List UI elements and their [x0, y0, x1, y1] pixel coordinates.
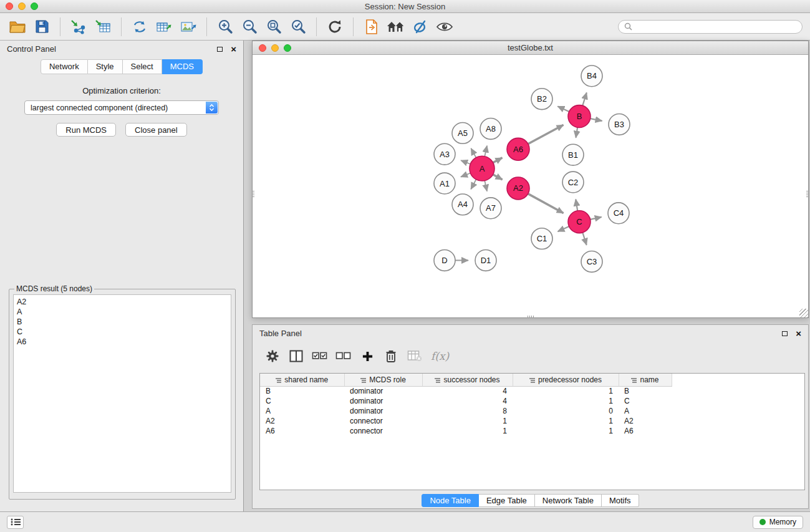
close-table-panel-icon[interactable]: × [796, 329, 801, 338]
node-C3[interactable]: C3 [581, 251, 602, 273]
node-B2[interactable]: B2 [531, 89, 552, 110]
node-A1[interactable]: A1 [434, 173, 455, 194]
tab-motifs[interactable]: Motifs [602, 494, 639, 507]
close-panel-icon[interactable]: × [231, 44, 236, 54]
column-header-predecessor-nodes[interactable]: predecessor nodes [513, 374, 619, 386]
edge-B-B4[interactable] [582, 92, 586, 105]
node-A2[interactable]: A2 [507, 177, 529, 200]
show-columns-button[interactable] [286, 346, 306, 366]
table-row[interactable]: Cdominator41C [260, 396, 672, 406]
close-window-button[interactable] [6, 2, 13, 10]
zoom-fit-button[interactable] [263, 16, 285, 38]
node-A3[interactable]: A3 [434, 143, 455, 165]
edge-A-A3[interactable] [461, 160, 470, 164]
close-panel-button[interactable]: Close panel [125, 123, 187, 137]
function-builder-button[interactable]: f(x) [428, 350, 449, 362]
mcds-result-item[interactable]: C [17, 327, 228, 337]
edge-A6-B[interactable] [528, 125, 564, 143]
edge-B-B2[interactable] [557, 106, 569, 112]
edge-B-B1[interactable] [576, 127, 577, 138]
home-button[interactable] [385, 16, 407, 38]
export-table-button[interactable] [153, 16, 175, 38]
node-D[interactable]: D [434, 250, 455, 271]
tab-edge-table[interactable]: Edge Table [479, 494, 535, 507]
export-document-button[interactable] [360, 16, 383, 38]
node-A8[interactable]: A8 [480, 118, 501, 140]
node-A[interactable]: A [470, 156, 494, 181]
node-B1[interactable]: B1 [562, 144, 584, 165]
edge-A-A8[interactable] [485, 146, 487, 157]
edge-C-C1[interactable] [558, 226, 569, 231]
table-row[interactable]: A2connector11A2 [260, 416, 672, 426]
node-A5[interactable]: A5 [452, 122, 473, 143]
node-table[interactable]: shared nameMCDS rolesuccessor nodesprede… [260, 374, 672, 436]
table-row[interactable]: A6connector11A6 [260, 426, 672, 436]
network-canvas[interactable]: B4B2BB3A8A5A6A3B1AC2A1A2A4A7C4CC1C3DD1 [253, 56, 808, 317]
node-A7[interactable]: A7 [480, 198, 501, 219]
tab-style[interactable]: Style [88, 59, 123, 74]
edge-A-A7[interactable] [485, 181, 487, 191]
zoom-in-button[interactable] [214, 16, 236, 38]
clone-network-button[interactable] [128, 16, 151, 38]
tab-select[interactable]: Select [123, 59, 162, 74]
show-panels-button[interactable] [7, 516, 24, 529]
export-image-button[interactable] [177, 16, 200, 38]
tab-network[interactable]: Network [41, 59, 88, 74]
delete-column-button[interactable] [381, 346, 401, 366]
edge-C-C4[interactable] [591, 217, 602, 220]
table-row[interactable]: Bdominator41B [260, 386, 672, 396]
minimize-view-button[interactable] [271, 44, 279, 52]
resize-handle[interactable] [799, 309, 808, 317]
zoom-window-button[interactable] [31, 2, 38, 10]
minimize-window-button[interactable] [18, 2, 26, 10]
run-mcds-button[interactable]: Run MCDS [56, 123, 116, 137]
tab-mcds[interactable]: MCDS [162, 59, 203, 74]
node-A6[interactable]: A6 [507, 138, 529, 160]
node-B3[interactable]: B3 [609, 114, 630, 135]
zoom-out-button[interactable] [238, 16, 261, 38]
edge-A2-C[interactable] [528, 194, 564, 213]
edge-A-A2[interactable] [493, 175, 503, 180]
tab-node-table[interactable]: Node Table [422, 494, 479, 507]
resize-grip-bottom[interactable] [528, 316, 534, 318]
edge-A-A5[interactable] [471, 148, 476, 158]
table-settings-button[interactable] [263, 346, 282, 366]
column-header-shared-name[interactable]: shared name [260, 374, 344, 386]
resize-grip-left[interactable] [252, 191, 254, 198]
node-B4[interactable]: B4 [581, 65, 602, 87]
mcds-result-item[interactable]: A2 [17, 297, 228, 307]
node-C2[interactable]: C2 [562, 172, 584, 193]
annotation-button[interactable] [409, 16, 432, 38]
memory-button[interactable]: Memory [753, 516, 803, 529]
edge-C-C2[interactable] [576, 200, 577, 211]
import-network-button[interactable] [67, 16, 90, 38]
create-column-button[interactable] [357, 346, 377, 366]
node-D1[interactable]: D1 [475, 250, 496, 271]
show-hide-button[interactable] [433, 16, 456, 38]
apply-layout-button[interactable] [324, 16, 346, 38]
node-B[interactable]: B [568, 105, 591, 128]
node-table-area[interactable]: shared nameMCDS rolesuccessor nodesprede… [259, 373, 805, 490]
edge-B-B3[interactable] [591, 118, 602, 121]
network-graph[interactable]: B4B2BB3A8A5A6A3B1AC2A1A2A4A7C4CC1C3DD1 [253, 56, 808, 317]
table-row[interactable]: Adominator80A [260, 406, 672, 416]
node-C4[interactable]: C4 [608, 203, 629, 224]
node-C[interactable]: C [568, 211, 591, 233]
network-window-titlebar[interactable]: testGlobe.txt [253, 41, 808, 55]
resize-grip-right[interactable] [806, 191, 809, 198]
save-session-button[interactable] [31, 16, 53, 38]
node-C1[interactable]: C1 [531, 228, 552, 249]
unselect-all-columns-button[interactable] [334, 346, 354, 366]
node-A4[interactable]: A4 [452, 194, 473, 215]
edge-A-A4[interactable] [471, 180, 476, 190]
column-header-name[interactable]: name [619, 374, 672, 386]
edge-A-A1[interactable] [461, 173, 470, 177]
toolbar-search-input[interactable] [635, 22, 796, 31]
import-table-button[interactable] [92, 16, 114, 38]
mcds-result-item[interactable]: A6 [17, 337, 228, 347]
float-panel-icon[interactable] [217, 47, 223, 52]
mcds-result-item[interactable]: B [17, 317, 228, 327]
column-header-successor-nodes[interactable]: successor nodes [422, 374, 513, 386]
tab-network-table[interactable]: Network Table [535, 494, 602, 507]
mcds-result-list[interactable]: A2 A B C A6 [13, 294, 231, 493]
